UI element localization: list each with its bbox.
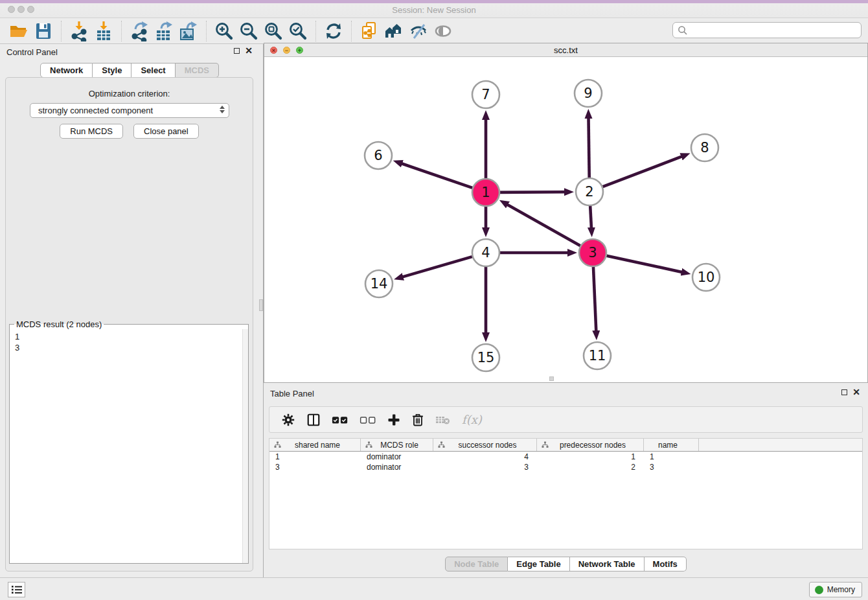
main-toolbar (0, 18, 868, 44)
add-column-icon[interactable] (387, 413, 400, 426)
zoom-selected-icon[interactable] (286, 20, 310, 42)
zoom-in-icon[interactable] (212, 20, 236, 42)
run-mcds-button[interactable]: Run MCDS (60, 124, 123, 139)
network-window-titlebar[interactable]: × − + scc.txt (264, 43, 867, 57)
import-table-icon[interactable] (91, 20, 116, 42)
float-table-panel-icon[interactable] (841, 389, 847, 395)
splitter-grip[interactable] (259, 299, 263, 311)
toolbar-search[interactable] (672, 22, 862, 38)
export-image-icon[interactable] (176, 20, 201, 42)
save-session-icon[interactable] (31, 20, 56, 42)
network-canvas[interactable]: 7968124314101511 (264, 57, 867, 382)
zoom-fit-icon[interactable] (261, 20, 286, 42)
hide-selected-icon[interactable] (406, 20, 431, 42)
svg-text:6: 6 (374, 148, 382, 163)
first-neighbors-icon[interactable] (382, 20, 406, 42)
memory-button[interactable]: Memory (809, 582, 862, 597)
svg-text:14: 14 (371, 276, 388, 292)
table-header-row: shared nameMCDS rolesuccessor nodesprede… (269, 439, 862, 452)
table-cell[interactable]: dominator (361, 452, 433, 461)
vertical-splitter[interactable] (259, 44, 264, 577)
mcds-result-list[interactable]: 13 (10, 329, 248, 563)
node-table[interactable]: shared nameMCDS rolesuccessor nodesprede… (269, 438, 863, 549)
show-graphics-icon[interactable] (431, 20, 455, 42)
table-cell[interactable]: 3 (644, 463, 699, 472)
control-tab-select[interactable]: Select (131, 63, 175, 78)
deselect-all-icon[interactable] (360, 414, 376, 426)
app-titlebar: Session: New Session (0, 0, 868, 18)
graph-node-8[interactable]: 8 (691, 134, 718, 161)
export-table-icon[interactable] (152, 20, 176, 42)
graph-node-1[interactable]: 1 (472, 179, 499, 206)
optimization-criterion-select[interactable]: strongly connected component (30, 103, 229, 118)
graph-node-6[interactable]: 6 (365, 142, 392, 169)
svg-text:3: 3 (588, 245, 597, 260)
export-network-icon[interactable] (127, 20, 152, 42)
graph-edge-3-11[interactable] (593, 267, 596, 332)
table-cell[interactable]: 1 (269, 452, 361, 461)
svg-text:7: 7 (481, 87, 490, 102)
graph-node-10[interactable]: 10 (692, 264, 720, 291)
open-session-icon[interactable] (6, 20, 31, 42)
task-history-button[interactable] (8, 582, 25, 597)
graph-node-2[interactable]: 2 (576, 178, 603, 205)
graph-edge-2-9[interactable] (588, 117, 589, 178)
table-cell[interactable]: 4 (433, 452, 537, 461)
zoom-out-icon[interactable] (236, 20, 261, 42)
canvas-resize-grip[interactable] (549, 376, 554, 381)
table-cell[interactable]: 1 (537, 452, 644, 461)
column-header-name[interactable]: name (644, 439, 699, 451)
graph-edge-2-3[interactable] (590, 206, 591, 229)
column-header-shared-name[interactable]: shared name (269, 439, 361, 451)
control-tab-style[interactable]: Style (93, 63, 131, 78)
column-header-predecessor-nodes[interactable]: predecessor nodes (537, 439, 644, 451)
graph-node-11[interactable]: 11 (584, 342, 611, 369)
refresh-icon[interactable] (321, 20, 346, 42)
close-panel-button[interactable]: Close panel (133, 124, 199, 139)
table-row[interactable]: 3dominator323 (269, 462, 862, 472)
mcds-result-title: MCDS result (2 nodes) (14, 319, 104, 329)
graph-edge-3-10[interactable] (606, 256, 682, 272)
table-tab-network-table[interactable]: Network Table (570, 557, 645, 571)
graph-node-15[interactable]: 15 (472, 344, 499, 371)
graph-edge-1-2[interactable] (500, 192, 565, 192)
table-row[interactable]: 1dominator411 (269, 452, 862, 462)
table-cell[interactable]: 2 (537, 463, 644, 472)
table-tab-edge-table[interactable]: Edge Table (508, 557, 569, 571)
graph-edge-1-6[interactable] (401, 163, 472, 188)
table-tab-motifs[interactable]: Motifs (645, 557, 687, 571)
control-tab-network[interactable]: Network (40, 63, 93, 78)
table-cell[interactable]: dominator (361, 463, 433, 472)
table-cell[interactable]: 1 (644, 452, 699, 461)
graph-node-9[interactable]: 9 (575, 80, 602, 107)
graph-edge-3-1[interactable] (507, 204, 580, 246)
app-title: Session: New Session (0, 5, 868, 15)
control-tab-mcds[interactable]: MCDS (176, 63, 219, 78)
gear-icon[interactable] (281, 413, 295, 427)
graph-node-4[interactable]: 4 (472, 239, 499, 266)
select-all-icon[interactable] (332, 414, 348, 426)
table-cell[interactable]: 3 (269, 463, 361, 472)
close-panel-icon[interactable]: ✕ (245, 47, 253, 54)
close-table-panel-icon[interactable]: ✕ (852, 389, 860, 395)
graph-node-3[interactable]: 3 (579, 239, 606, 266)
mcds-result-item: 1 (15, 331, 248, 342)
graph-edge-2-8[interactable] (603, 156, 683, 187)
graph-edge-4-14[interactable] (402, 257, 472, 277)
delete-column-icon[interactable] (411, 413, 424, 427)
search-input[interactable] (691, 25, 861, 35)
graph-node-14[interactable]: 14 (365, 270, 393, 297)
column-layout-icon[interactable] (306, 413, 321, 427)
toolbar-separator (61, 21, 62, 41)
table-tab-node-table[interactable]: Node Table (445, 557, 508, 571)
float-panel-icon[interactable] (234, 48, 240, 54)
column-header-successor-nodes[interactable]: successor nodes (433, 439, 537, 451)
column-header-MCDS-role[interactable]: MCDS role (361, 439, 433, 451)
import-network-icon[interactable] (67, 20, 91, 42)
toolbar-separator (206, 21, 207, 41)
graph-node-7[interactable]: 7 (472, 81, 499, 108)
clone-network-icon[interactable] (357, 20, 382, 42)
table-cell[interactable]: 3 (433, 463, 537, 472)
network-graph[interactable]: 7968124314101511 (264, 57, 867, 382)
result-scrollbar[interactable] (242, 329, 248, 563)
